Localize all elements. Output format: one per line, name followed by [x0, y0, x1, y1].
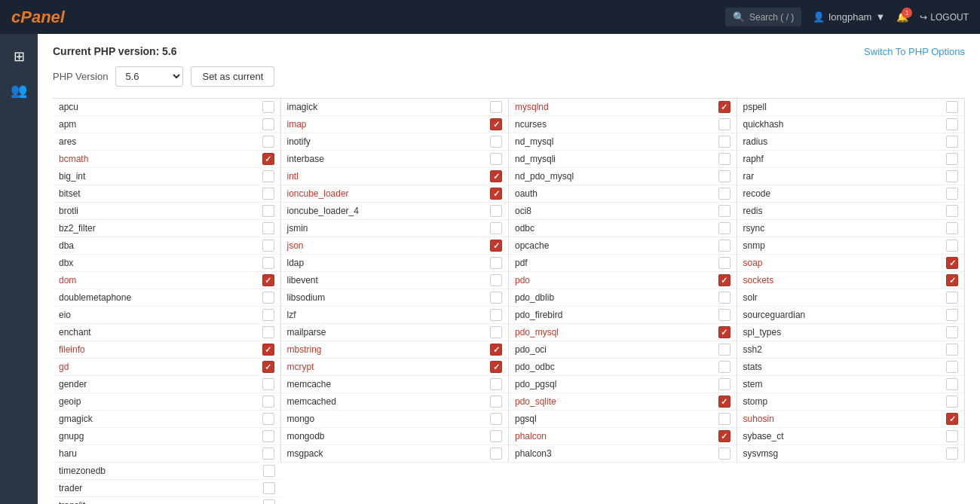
ext-checkbox[interactable]	[718, 257, 730, 269]
ext-checkbox[interactable]	[718, 326, 730, 338]
ext-checkbox[interactable]	[946, 136, 958, 148]
ext-checkbox[interactable]	[946, 430, 958, 442]
ext-checkbox[interactable]	[490, 240, 502, 252]
ext-checkbox[interactable]	[946, 101, 958, 113]
ext-checkbox[interactable]	[490, 430, 502, 442]
ext-checkbox[interactable]	[718, 447, 730, 460]
ext-checkbox[interactable]	[262, 153, 274, 165]
ext-name: pdo	[515, 275, 530, 286]
ext-checkbox[interactable]	[946, 292, 958, 304]
sidebar-item-users[interactable]: 👥	[4, 75, 34, 105]
ext-checkbox[interactable]	[490, 257, 502, 269]
ext-checkbox[interactable]	[262, 136, 274, 148]
ext-checkbox[interactable]	[946, 396, 958, 408]
ext-checkbox[interactable]	[490, 274, 502, 286]
ext-checkbox[interactable]	[490, 378, 502, 390]
ext-checkbox[interactable]	[263, 499, 275, 504]
ext-checkbox[interactable]	[718, 396, 730, 408]
ext-checkbox[interactable]	[490, 309, 502, 321]
ext-checkbox[interactable]	[490, 326, 502, 338]
ext-checkbox[interactable]	[490, 153, 502, 165]
ext-checkbox[interactable]	[946, 309, 958, 321]
ext-checkbox[interactable]	[262, 447, 274, 460]
ext-checkbox[interactable]	[718, 430, 730, 442]
ext-checkbox[interactable]	[718, 274, 730, 286]
ext-checkbox[interactable]	[263, 465, 275, 477]
ext-checkbox[interactable]	[490, 136, 502, 148]
sidebar-item-home[interactable]: ⊞	[4, 41, 34, 72]
ext-checkbox[interactable]	[946, 326, 958, 338]
ext-checkbox[interactable]	[490, 413, 502, 425]
ext-checkbox[interactable]	[718, 309, 730, 321]
ext-checkbox[interactable]	[490, 292, 502, 304]
ext-checkbox[interactable]	[262, 326, 274, 338]
ext-checkbox[interactable]	[262, 240, 274, 252]
ext-checkbox[interactable]	[946, 222, 958, 234]
ext-checkbox[interactable]	[946, 240, 958, 252]
ext-checkbox[interactable]	[262, 378, 274, 390]
ext-checkbox[interactable]	[718, 222, 730, 234]
user-menu[interactable]: 👤 longpham ▼	[813, 11, 885, 23]
ext-checkbox[interactable]	[718, 378, 730, 390]
ext-checkbox[interactable]	[263, 482, 275, 494]
ext-checkbox[interactable]	[490, 188, 502, 200]
ext-checkbox[interactable]	[262, 430, 274, 442]
ext-checkbox[interactable]	[718, 205, 730, 217]
ext-checkbox[interactable]	[262, 396, 274, 408]
ext-checkbox[interactable]	[262, 118, 274, 130]
ext-checkbox[interactable]	[946, 447, 958, 460]
ext-name: big_int	[59, 171, 85, 182]
ext-checkbox[interactable]	[946, 188, 958, 200]
ext-item: translit	[53, 497, 281, 504]
ext-checkbox[interactable]	[946, 413, 958, 425]
ext-checkbox[interactable]	[718, 170, 730, 182]
ext-checkbox[interactable]	[718, 101, 730, 113]
ext-checkbox[interactable]	[490, 118, 502, 130]
ext-checkbox[interactable]	[490, 101, 502, 113]
ext-checkbox[interactable]	[718, 240, 730, 252]
ext-checkbox[interactable]	[718, 118, 730, 130]
ext-checkbox[interactable]	[490, 170, 502, 182]
ext-checkbox[interactable]	[262, 257, 274, 269]
ext-checkbox[interactable]	[490, 205, 502, 217]
ext-checkbox[interactable]	[946, 344, 958, 356]
ext-checkbox[interactable]	[718, 344, 730, 356]
ext-checkbox[interactable]	[490, 222, 502, 234]
set-as-current-button[interactable]: Set as current	[191, 66, 274, 87]
search-box[interactable]: 🔍 Search ( / )	[725, 8, 801, 26]
php-version-select[interactable]: 5.6 7.0 7.1 7.2 7.3 7.4 8.0	[115, 66, 183, 87]
ext-checkbox[interactable]	[262, 361, 274, 373]
ext-checkbox[interactable]	[718, 361, 730, 373]
ext-checkbox[interactable]	[262, 344, 274, 356]
ext-checkbox[interactable]	[718, 188, 730, 200]
ext-checkbox[interactable]	[262, 101, 274, 113]
ext-name: memcache	[287, 379, 332, 389]
ext-checkbox[interactable]	[946, 153, 958, 165]
ext-checkbox[interactable]	[946, 257, 958, 269]
ext-checkbox[interactable]	[490, 344, 502, 356]
ext-checkbox[interactable]	[718, 136, 730, 148]
ext-checkbox[interactable]	[262, 274, 274, 286]
ext-checkbox[interactable]	[262, 292, 274, 304]
ext-checkbox[interactable]	[490, 361, 502, 373]
ext-checkbox[interactable]	[262, 170, 274, 182]
notifications-bell[interactable]: 🔔 1	[896, 11, 908, 23]
ext-checkbox[interactable]	[490, 447, 502, 460]
ext-checkbox[interactable]	[718, 292, 730, 304]
ext-checkbox[interactable]	[946, 118, 958, 130]
ext-checkbox[interactable]	[946, 205, 958, 217]
ext-checkbox[interactable]	[946, 378, 958, 390]
ext-checkbox[interactable]	[262, 222, 274, 234]
ext-checkbox[interactable]	[946, 361, 958, 373]
ext-checkbox[interactable]	[262, 309, 274, 321]
ext-checkbox[interactable]	[262, 413, 274, 425]
ext-checkbox[interactable]	[262, 188, 274, 200]
switch-to-php-options[interactable]: Switch To PHP Options	[864, 46, 965, 57]
ext-checkbox[interactable]	[262, 205, 274, 217]
ext-checkbox[interactable]	[490, 396, 502, 408]
ext-checkbox[interactable]	[946, 170, 958, 182]
ext-checkbox[interactable]	[946, 274, 958, 286]
ext-checkbox[interactable]	[718, 153, 730, 165]
ext-checkbox[interactable]	[718, 413, 730, 425]
logout-button[interactable]: ↪ LOGOUT	[920, 12, 969, 23]
